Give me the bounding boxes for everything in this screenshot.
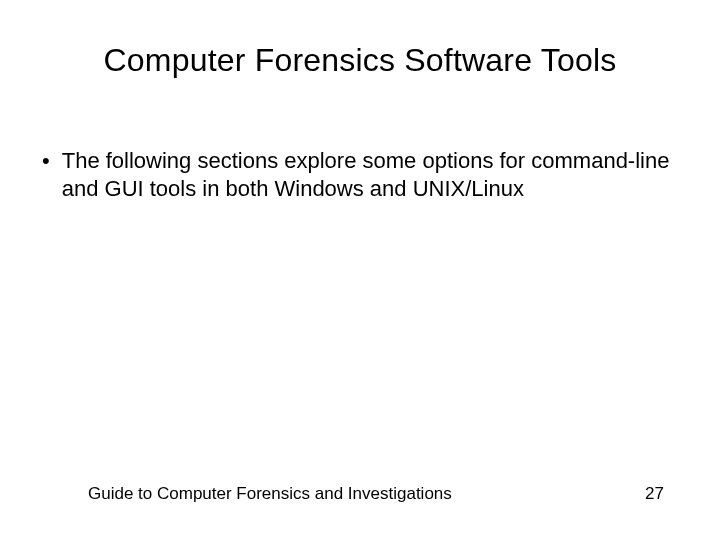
bullet-text: The following sections explore some opti… xyxy=(62,147,670,202)
list-item: • The following sections explore some op… xyxy=(42,147,670,202)
slide-title: Computer Forensics Software Tools xyxy=(0,0,720,79)
footer-source: Guide to Computer Forensics and Investig… xyxy=(88,484,452,504)
slide-footer: Guide to Computer Forensics and Investig… xyxy=(88,484,664,504)
bullet-icon: • xyxy=(42,147,50,175)
page-number: 27 xyxy=(645,484,664,504)
presentation-slide: Computer Forensics Software Tools • The … xyxy=(0,0,720,540)
slide-content: • The following sections explore some op… xyxy=(0,79,720,202)
